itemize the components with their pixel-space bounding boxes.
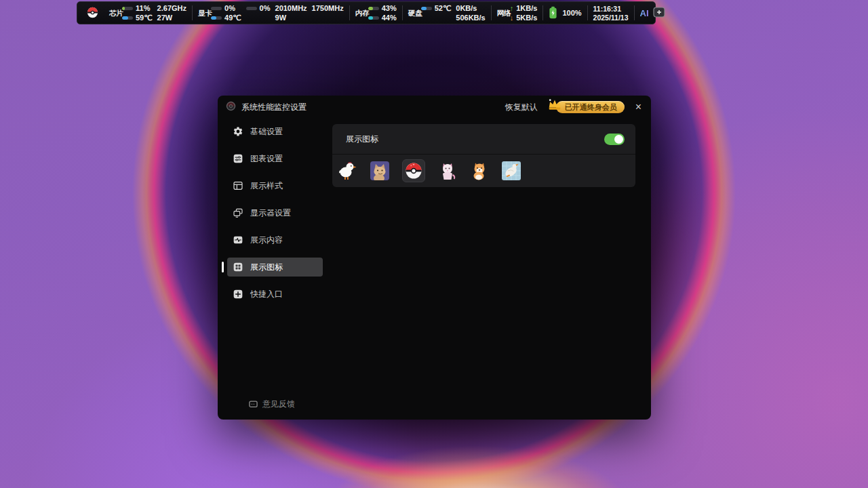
sliders-icon	[233, 153, 243, 164]
upload-arrow-icon: ↑	[510, 4, 514, 12]
restore-default-button[interactable]: 恢复默认	[505, 102, 538, 113]
titlebar: 系统性能监控设置 恢复默认 已开通终身会员 ×	[218, 96, 651, 119]
gpu-mem-freq: 1750MHz	[312, 4, 344, 12]
monitor-app-icon	[226, 101, 236, 113]
sidebar-item-basic-settings[interactable]: 基础设置	[227, 122, 323, 141]
cpu-usage-bar	[122, 7, 133, 10]
monitors-icon	[233, 207, 243, 218]
icon-option-goose[interactable]	[502, 161, 521, 180]
cpu-temp: 59℃	[136, 14, 153, 22]
gpu-label: 显卡	[198, 9, 206, 17]
memory-segment: 内存 43% 44%	[350, 2, 402, 24]
disk-temp-bar	[421, 7, 432, 10]
download-arrow-icon: ↓	[510, 14, 514, 22]
ram-usage: 43%	[382, 4, 397, 12]
cpu-temp-bar	[122, 16, 133, 20]
clock-segment: 11:16:31 2025/11/13	[588, 2, 634, 24]
sidebar-item-monitor-settings[interactable]: 显示器设置	[227, 203, 323, 222]
ai-assistant-button[interactable]: AI	[640, 8, 649, 18]
gear-icon	[233, 126, 243, 137]
window-title: 系统性能监控设置	[241, 102, 307, 113]
main-panel: 展示图标	[332, 124, 635, 187]
plus-icon	[233, 289, 243, 300]
gpu-power: 9W	[275, 14, 307, 22]
cpu-usage: 11%	[136, 4, 150, 12]
icon-option-chicken[interactable]	[338, 161, 357, 180]
battery-percent: 100%	[562, 9, 581, 17]
sidebar-item-label: 展示图标	[250, 262, 283, 273]
layout-icon	[233, 180, 243, 191]
ram-bar	[368, 7, 379, 10]
cpu-freq: 2.67GHz	[157, 4, 186, 12]
sidebar-item-label: 基础设置	[250, 126, 283, 138]
icon-option-cat-meme[interactable]	[370, 161, 389, 180]
display-icons-toggle-row: 展示图标	[332, 124, 635, 154]
feedback-icon	[249, 400, 258, 409]
sidebar-item-quick-entry[interactable]: 快捷入口	[227, 285, 323, 304]
icon-option-shiba-dog[interactable]	[470, 161, 489, 180]
battery-charging-icon	[549, 6, 557, 20]
gpu-usage: 0%	[224, 4, 235, 12]
clock-time: 11:16:31	[593, 5, 629, 13]
swap-bar	[368, 16, 379, 20]
gpu-segment: 显卡 0% 49℃ 0% 2010MHz 9W 1750MHz	[193, 2, 349, 24]
sidebar-item-display-icons[interactable]: 展示图标	[227, 258, 323, 277]
ai-segment: AI	[635, 2, 667, 24]
network-segment: 网络 ↑1KB/s ↓5KB/s	[492, 2, 543, 24]
sidebar-item-display-content[interactable]: 展示内容	[227, 230, 323, 249]
toggle-label: 展示图标	[346, 134, 378, 145]
cpu-power: 27W	[157, 14, 186, 22]
taskbar-app-segment	[81, 2, 104, 24]
disk-read: 0KB/s	[456, 4, 485, 12]
network-label: 网络	[497, 9, 505, 17]
gpu-temp: 49℃	[224, 14, 241, 22]
close-button[interactable]: ×	[634, 102, 643, 113]
toggle-knob	[614, 135, 623, 144]
sidebar-item-chart-settings[interactable]: 图表设置	[227, 149, 323, 168]
feedback-button[interactable]: 意见反馈	[249, 399, 295, 410]
gpu-usage-bar	[211, 7, 222, 10]
memory-label: 内存	[355, 9, 363, 17]
sidebar-item-label: 图表设置	[250, 153, 283, 165]
waveform-icon	[233, 235, 243, 245]
sidebar-item-label: 展示样式	[250, 180, 283, 192]
settings-window: 系统性能监控设置 恢复默认 已开通终身会员 × 基础设置	[218, 96, 651, 420]
grid-icon	[233, 262, 243, 272]
sidebar-item-label: 展示内容	[250, 235, 283, 246]
icon-option-pink-cat[interactable]	[438, 161, 457, 180]
pokeball-icon[interactable]	[87, 7, 98, 20]
disk-temp: 52℃	[435, 4, 452, 12]
disk-label: 硬盘	[408, 9, 416, 17]
feedback-label: 意见反馈	[262, 399, 295, 410]
swap-usage: 44%	[382, 14, 397, 22]
gpu-usage2: 0%	[260, 4, 271, 12]
disk-write: 506KB/s	[456, 14, 485, 22]
upload-speed: 1KB/s	[516, 4, 537, 12]
system-stats-bar: 芯片 11% 59℃ 2.67GHz 27W 显卡 0% 49℃ 0% 2010…	[77, 1, 656, 24]
sidebar-item-display-style[interactable]: 展示样式	[227, 176, 323, 195]
sidebar: 基础设置 图表设置 展示样式	[218, 119, 332, 420]
sidebar-item-label: 显示器设置	[250, 207, 291, 219]
download-speed: 5KB/s	[516, 14, 537, 22]
gpu-temp-bar	[211, 16, 222, 20]
icon-option-pokeball[interactable]	[402, 159, 425, 182]
battery-segment: 100%	[543, 2, 587, 24]
gpu-usage2-bar	[246, 7, 257, 10]
cpu-label: 芯片	[109, 9, 117, 17]
screenshot-add-icon[interactable]	[653, 7, 665, 19]
clock-date: 2025/11/13	[593, 14, 629, 22]
crown-icon	[547, 98, 562, 113]
membership-badge-label: 已开通终身会员	[556, 101, 625, 113]
gpu-core-freq: 2010MHz	[275, 4, 307, 12]
membership-badge[interactable]: 已开通终身会员	[547, 101, 625, 113]
display-icons-toggle[interactable]	[604, 134, 625, 145]
cpu-segment: 芯片 11% 59℃ 2.67GHz 27W	[104, 2, 192, 24]
sidebar-item-label: 快捷入口	[250, 289, 283, 300]
icon-options-row	[332, 155, 635, 187]
disk-segment: 硬盘 52℃ 0KB/s 506KB/s	[403, 2, 491, 24]
